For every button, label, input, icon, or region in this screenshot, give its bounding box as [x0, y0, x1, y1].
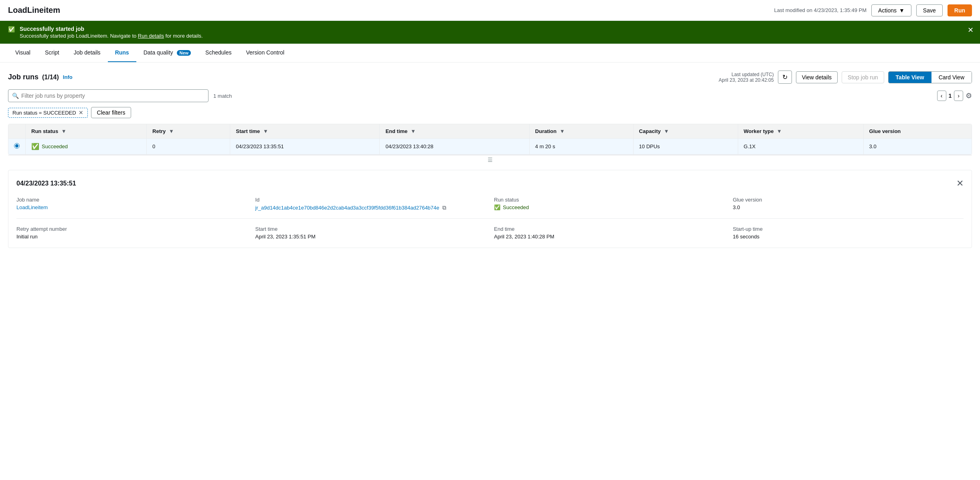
glue-version-value: 3.0	[733, 204, 964, 210]
last-modified: Last modified on 4/23/2023, 1:35:49 PM	[774, 7, 867, 13]
sort-run-status-icon: ▼	[61, 128, 67, 134]
details-close-button[interactable]: ✕	[956, 178, 964, 189]
status-succeeded: ✅ Succeeded	[31, 143, 141, 150]
field-run-status: Run status ✅ Succeeded	[494, 197, 725, 211]
data-quality-badge: New	[177, 50, 191, 56]
row-glue-version: 3.0	[863, 139, 972, 155]
job-runs-label: Job runs (1/14)	[8, 73, 59, 81]
view-details-button[interactable]: View details	[796, 71, 838, 83]
table-header-row: Run status ▼ Retry ▼ Start time ▼ End ti…	[8, 124, 972, 139]
main-content: Job runs (1/14) Info Last updated (UTC) …	[0, 63, 980, 256]
card-view-button[interactable]: Card View	[931, 72, 972, 83]
info-link[interactable]: Info	[63, 74, 73, 80]
run-button[interactable]: Run	[948, 4, 972, 16]
details-title: 04/23/2023 13:35:51	[16, 180, 76, 187]
tab-script[interactable]: Script	[38, 44, 67, 62]
sort-capacity-icon: ▼	[664, 128, 669, 134]
run-details-link[interactable]: Run details	[138, 33, 164, 39]
retry-value: Initial run	[16, 234, 247, 240]
startup-time-value: 16 seconds	[733, 234, 964, 240]
actions-button[interactable]: Actions ▼	[871, 4, 911, 16]
banner-body: Successfully started job LoadLineitem. N…	[20, 33, 203, 39]
details-divider	[16, 218, 964, 219]
job-runs-controls: Last updated (UTC) April 23, 2023 at 20:…	[719, 71, 972, 84]
sort-retry-icon: ▼	[169, 128, 174, 134]
tab-job-details[interactable]: Job details	[67, 44, 108, 62]
resize-icon: ☰	[488, 157, 493, 163]
search-input-wrap: 🔍	[8, 89, 209, 102]
startup-time-label: Start-up time	[733, 226, 964, 232]
col-duration[interactable]: Duration ▼	[529, 124, 633, 139]
clear-filters-button[interactable]: Clear filters	[91, 107, 132, 118]
col-capacity[interactable]: Capacity ▼	[633, 124, 738, 139]
job-name-value[interactable]: LoadLineitem	[16, 204, 247, 210]
details-grid-2: Retry attempt number Initial run Start t…	[16, 226, 964, 240]
refresh-button[interactable]: ↻	[778, 71, 792, 84]
field-startup-time: Start-up time 16 seconds	[733, 226, 964, 240]
save-button[interactable]: Save	[916, 4, 943, 16]
row-radio-input[interactable]	[14, 143, 20, 149]
page-number: 1	[949, 93, 952, 99]
filter-tags: Run status = SUCCEEDED ✕ Clear filters	[8, 107, 972, 118]
row-radio-cell[interactable]	[8, 139, 26, 155]
glue-version-label: Glue version	[733, 197, 964, 203]
remove-filter-button[interactable]: ✕	[79, 110, 83, 115]
field-end-time: End time April 23, 2023 1:40:28 PM	[494, 226, 725, 240]
start-time-label: Start time	[255, 226, 486, 232]
col-end-time[interactable]: End time ▼	[380, 124, 529, 139]
search-input[interactable]	[8, 89, 209, 102]
success-banner: ✅ Successfully started job Successfully …	[0, 21, 980, 44]
row-duration: 4 m 20 s	[529, 139, 633, 155]
success-icon: ✅	[8, 26, 15, 32]
details-grid: Job name LoadLineitem Id jr_a9d14dc1ab4c…	[16, 197, 964, 211]
stop-job-button: Stop job run	[842, 71, 884, 83]
tab-schedules[interactable]: Schedules	[198, 44, 239, 62]
run-status-value: ✅ Succeeded	[494, 204, 725, 210]
tab-runs[interactable]: Runs	[108, 44, 136, 62]
col-worker-type[interactable]: Worker type ▼	[738, 124, 863, 139]
settings-icon[interactable]: ⚙	[966, 91, 972, 100]
search-icon: 🔍	[12, 93, 19, 99]
id-label: Id	[255, 197, 486, 203]
resize-handle[interactable]: ☰	[8, 155, 972, 164]
end-time-label: End time	[494, 226, 725, 232]
col-glue-version[interactable]: Glue version	[863, 124, 972, 139]
sort-end-time-icon: ▼	[411, 128, 416, 134]
run-status-label: Run status	[494, 197, 725, 203]
table-wrap: Run status ▼ Retry ▼ Start time ▼ End ti…	[8, 124, 972, 155]
copy-icon[interactable]: ⧉	[442, 204, 446, 211]
table-row[interactable]: ✅ Succeeded 0 04/23/2023 13:35:51 04/23/…	[8, 139, 972, 155]
col-start-time[interactable]: Start time ▼	[230, 124, 380, 139]
sort-worker-type-icon: ▼	[777, 128, 782, 134]
tab-version-control[interactable]: Version Control	[239, 44, 292, 62]
match-count: 1 match	[213, 93, 232, 99]
retry-label: Retry attempt number	[16, 226, 247, 232]
job-name-label: Job name	[16, 197, 247, 203]
details-panel: 04/23/2023 13:35:51 ✕ Job name LoadLinei…	[8, 170, 972, 248]
banner-close-button[interactable]: ✕	[968, 26, 974, 34]
sort-duration-icon: ▼	[560, 128, 565, 134]
tab-visual[interactable]: Visual	[8, 44, 38, 62]
pagination: ‹ 1 › ⚙	[937, 91, 972, 101]
banner-content: Successfully started job Successfully st…	[20, 26, 203, 39]
id-value[interactable]: jr_a9d14dc1ab4ce1e70bd846e2d2cab4ad3a3cc…	[255, 204, 486, 211]
field-id: Id jr_a9d14dc1ab4ce1e70bd846e2d2cab4ad3a…	[255, 197, 486, 211]
col-retry[interactable]: Retry ▼	[147, 124, 230, 139]
job-runs-table: Run status ▼ Retry ▼ Start time ▼ End ti…	[8, 124, 972, 155]
job-runs-header: Job runs (1/14) Info Last updated (UTC) …	[8, 71, 972, 84]
top-bar: LoadLineitem Last modified on 4/23/2023,…	[0, 0, 980, 21]
job-runs-title-group: Job runs (1/14) Info	[8, 73, 73, 81]
row-worker-type: G.1X	[738, 139, 863, 155]
table-view-button[interactable]: Table View	[889, 72, 931, 83]
sort-start-time-icon: ▼	[263, 128, 268, 134]
col-run-status[interactable]: Run status ▼	[26, 124, 147, 139]
filter-bar: 🔍 1 match ‹ 1 › ⚙	[8, 89, 972, 102]
tab-data-quality[interactable]: Data quality New	[136, 44, 198, 62]
run-status-icon: ✅	[494, 204, 500, 210]
succeeded-icon: ✅	[31, 143, 39, 150]
row-end-time: 04/23/2023 13:40:28	[380, 139, 529, 155]
prev-page-button[interactable]: ‹	[937, 91, 946, 101]
next-page-button[interactable]: ›	[954, 91, 963, 101]
tabs-bar: Visual Script Job details Runs Data qual…	[0, 44, 980, 63]
banner-title: Successfully started job	[20, 26, 203, 32]
